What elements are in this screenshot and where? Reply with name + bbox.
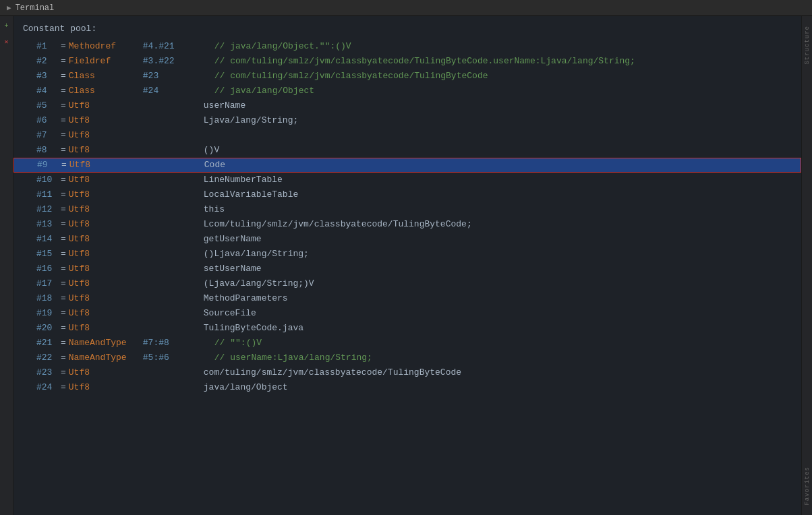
type-name: NameAndType (69, 351, 143, 365)
value-text: LocalVariableTable (204, 187, 794, 202)
close-icon[interactable]: ✕ (1, 36, 12, 47)
equals-sign: = (61, 187, 66, 202)
equals-sign: = (61, 69, 66, 84)
table-row[interactable]: #19= Utf8SourceFile (13, 306, 801, 321)
line-number: #1 (36, 39, 61, 54)
table-row[interactable]: #9= Utf8Code (13, 158, 801, 173)
comment-text: // java/lang/Object."":()V (214, 39, 351, 54)
table-row[interactable]: #1= Methodref#4.#21// java/lang/Object."… (13, 39, 801, 54)
equals-sign: = (61, 143, 66, 158)
lines-container: #1= Methodref#4.#21// java/lang/Object."… (13, 39, 801, 395)
table-row[interactable]: #6= Utf8Ljava/lang/String; (13, 113, 801, 128)
add-icon[interactable]: + (1, 20, 12, 31)
comment-text: // userName:Ljava/lang/String; (214, 351, 372, 365)
table-row[interactable]: #24= Utf8java/lang/Object (13, 380, 801, 395)
table-row[interactable]: #20= Utf8TulingByteCode.java (13, 321, 801, 336)
comment-text: // com/tuling/smlz/jvm/classbyatecode/Tu… (214, 54, 635, 69)
value-text: setUserName (204, 262, 794, 276)
terminal-icon: ▶ (7, 3, 11, 12)
table-row[interactable]: #12= Utf8this (13, 202, 801, 217)
type-name: Utf8 (69, 217, 143, 232)
line-number: #10 (36, 173, 61, 187)
value-text: userName (204, 98, 794, 113)
equals-sign: = (61, 380, 66, 395)
equals-sign: = (61, 39, 66, 54)
value-text: SourceFile (204, 306, 794, 321)
table-row[interactable]: #21= NameAndType#7:#8// "":()V (13, 336, 801, 351)
value-text: java/lang/Object (204, 380, 794, 395)
line-number: #14 (36, 232, 61, 247)
table-row[interactable]: #7= Utf8 (13, 128, 801, 143)
table-row[interactable]: #2= Fieldref#3.#22// com/tuling/smlz/jvm… (13, 54, 801, 69)
value-text: Ljava/lang/String; (204, 113, 794, 128)
table-row[interactable]: #18= Utf8MethodParameters (13, 291, 801, 306)
value-text: MethodParameters (204, 291, 794, 306)
value-text: TulingByteCode.java (204, 321, 794, 336)
table-row[interactable]: #13= Utf8Lcom/tuling/smlz/jvm/classbyate… (13, 217, 801, 232)
value-text: Lcom/tuling/smlz/jvm/classbyatecode/Tuli… (204, 217, 794, 232)
type-name: Utf8 (69, 202, 143, 217)
type-name: Utf8 (69, 276, 143, 291)
line-number: #4 (36, 84, 61, 98)
line-number: #7 (36, 128, 61, 143)
line-number: #3 (36, 69, 61, 84)
value-text: this (204, 202, 794, 217)
left-sidebar: + ✕ (0, 16, 13, 515)
value-text: com/tuling/smlz/jvm/classbyatecode/Tulin… (204, 365, 794, 380)
equals-sign: = (61, 351, 66, 365)
type-name: NameAndType (69, 336, 143, 351)
line-number: #5 (36, 98, 61, 113)
equals-sign: = (61, 158, 67, 173)
type-name: Fieldref (69, 54, 143, 69)
table-row[interactable]: #8= Utf8()V (13, 143, 801, 158)
type-name: Utf8 (69, 247, 143, 262)
table-row[interactable]: #5= Utf8userName (13, 98, 801, 113)
type-name: Utf8 (69, 321, 143, 336)
value-text: Code (204, 158, 794, 173)
ref-number: #5:#6 (143, 351, 204, 365)
table-row[interactable]: #3= Class#23// com/tuling/smlz/jvm/class… (13, 69, 801, 84)
comment-text: // java/lang/Object (214, 84, 314, 98)
type-name: Utf8 (69, 113, 143, 128)
line-number: #20 (36, 321, 61, 336)
type-name: Utf8 (69, 365, 143, 380)
type-name: Utf8 (69, 143, 143, 158)
type-name: Utf8 (69, 306, 143, 321)
type-name: Utf8 (69, 291, 143, 306)
table-row[interactable]: #15= Utf8()Ljava/lang/String; (13, 247, 801, 262)
value-text: getUserName (204, 232, 794, 247)
line-number: #24 (36, 380, 61, 395)
value-text: ()Ljava/lang/String; (204, 247, 794, 262)
type-name: Class (69, 69, 143, 84)
title-bar-label: Terminal (16, 3, 55, 13)
ref-number: #3.#22 (143, 54, 204, 69)
table-row[interactable]: #4= Class#24// java/lang/Object (13, 84, 801, 98)
constant-pool-header: Constant pool: (13, 19, 801, 39)
line-number: #18 (36, 291, 61, 306)
type-name: Utf8 (69, 158, 144, 173)
table-row[interactable]: #10= Utf8LineNumberTable (13, 173, 801, 187)
table-row[interactable]: #11= Utf8LocalVariableTable (13, 187, 801, 202)
equals-sign: = (61, 98, 66, 113)
table-row[interactable]: #22= NameAndType#5:#6// userName:Ljava/l… (13, 351, 801, 365)
equals-sign: = (61, 262, 66, 276)
type-name: Utf8 (69, 173, 143, 187)
table-row[interactable]: #23= Utf8com/tuling/smlz/jvm/classbyatec… (13, 365, 801, 380)
equals-sign: = (61, 291, 66, 306)
ref-number: #24 (143, 84, 204, 98)
table-row[interactable]: #16= Utf8setUserName (13, 262, 801, 276)
comment-text: // "":()V (214, 336, 262, 351)
equals-sign: = (61, 336, 66, 351)
equals-sign: = (61, 276, 66, 291)
type-name: Utf8 (69, 187, 143, 202)
table-row[interactable]: #17= Utf8(Ljava/lang/String;)V (13, 276, 801, 291)
line-number: #17 (36, 276, 61, 291)
line-number: #22 (36, 351, 61, 365)
type-name: Class (69, 84, 143, 98)
title-bar: ▶ Terminal (0, 0, 812, 16)
ref-number: #23 (143, 69, 204, 84)
type-name: Utf8 (69, 128, 143, 143)
table-row[interactable]: #14= Utf8getUserName (13, 232, 801, 247)
line-number: #16 (36, 262, 61, 276)
value-text: ()V (204, 143, 794, 158)
